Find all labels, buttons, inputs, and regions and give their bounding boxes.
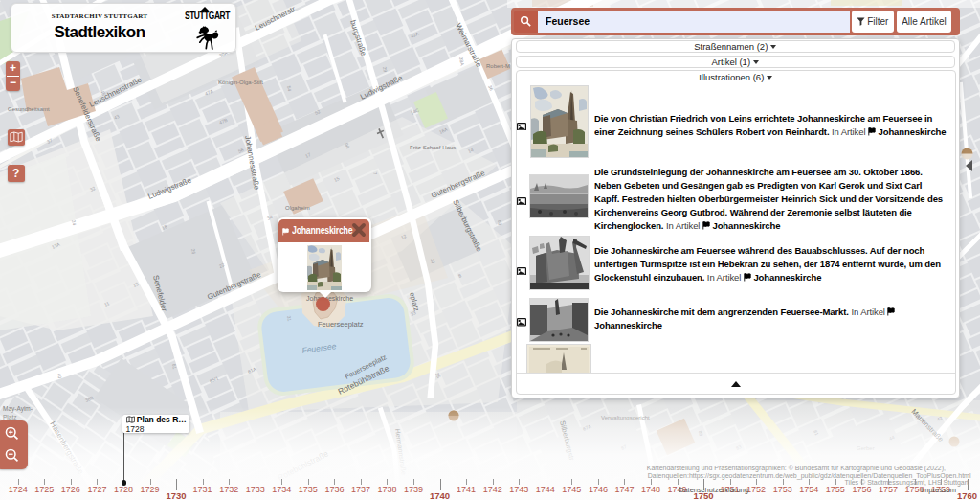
svg-text:Robert-M: Robert-M (486, 63, 510, 69)
svg-text:Fritz-Schaaf-Haus: Fritz-Schaaf-Haus (410, 145, 456, 150)
svg-text:Königin-Olga-Stift: Königin-Olga-Stift (218, 80, 263, 85)
svg-text:Olgaheim: Olgaheim (285, 205, 310, 211)
svg-text:Gesundheitsamt: Gesundheitsamt (8, 106, 50, 112)
svg-text:Feuerseeplatz: Feuerseeplatz (318, 320, 364, 329)
